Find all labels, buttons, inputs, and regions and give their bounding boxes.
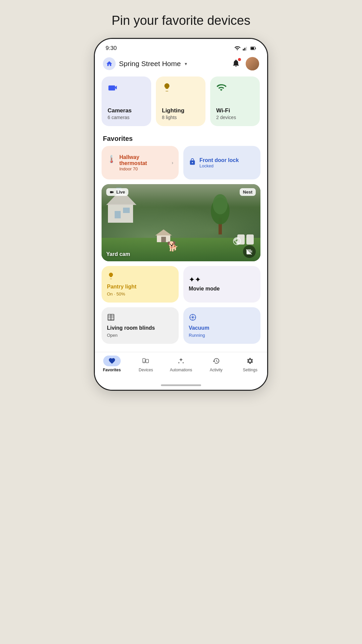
favorites-section-label: Favorites <box>95 131 267 146</box>
fav-card-pantry[interactable]: Pantry light On · 50% <box>102 266 179 303</box>
vacuum-status: Running <box>189 333 255 338</box>
header-right <box>232 57 259 70</box>
svg-rect-18 <box>161 237 166 242</box>
lock-svg <box>189 158 196 165</box>
svg-rect-0 <box>243 49 244 51</box>
home-name: Spring Street Home <box>119 60 181 68</box>
svg-rect-2 <box>246 47 247 51</box>
thermostat-row: 🌡️ Hallway thermostat Indoor 70 › <box>107 154 173 171</box>
devices-nav-icon-wrap <box>137 356 155 366</box>
robot-icon <box>189 313 197 321</box>
thermostat-name: Hallway thermostat <box>119 154 168 166</box>
battery-status-icon <box>250 45 256 51</box>
wifi-label: Wi-Fi <box>216 107 254 114</box>
wifi-count: 2 devices <box>216 115 254 120</box>
devices-nav-label: Devices <box>139 368 153 372</box>
notification-bell-button[interactable] <box>232 59 240 69</box>
tree <box>210 187 230 234</box>
svg-rect-4 <box>251 47 254 50</box>
nav-item-settings[interactable]: Settings <box>240 356 260 372</box>
automations-nav-label: Automations <box>170 368 192 372</box>
wifi-text: Wi-Fi 2 devices <box>216 107 254 120</box>
vacuum-name: Vacuum <box>189 325 255 331</box>
category-card-cameras[interactable]: Cameras 6 cameras <box>102 76 151 126</box>
scroll-content: Cameras 6 cameras Lighting 8 lights <box>95 75 267 352</box>
home-icon <box>103 57 116 70</box>
favorites-nav-icon-wrap <box>103 356 121 366</box>
fav-card-thermostat[interactable]: 🌡️ Hallway thermostat Indoor 70 › <box>102 146 179 179</box>
cameras-text: Cameras 6 cameras <box>108 107 145 120</box>
vacuum-icon <box>189 313 255 323</box>
camera-feed[interactable]: 🐕 <box>102 184 260 261</box>
home-selector[interactable]: Spring Street Home ▾ <box>103 57 187 70</box>
automations-sparkle-icon <box>177 357 185 365</box>
bottom-spacer <box>95 348 267 352</box>
svg-rect-29 <box>146 359 148 363</box>
lock-row: Front door lock Locked <box>189 157 255 168</box>
fav-card-movie[interactable]: ✦✦ Movie mode <box>183 266 260 303</box>
lamp-icon <box>162 83 172 93</box>
blinds-name: Living room blinds <box>107 325 173 331</box>
status-icons <box>234 45 256 51</box>
svg-rect-7 <box>166 84 168 85</box>
favorites-heart-icon <box>108 357 116 365</box>
camera-feed-visual: 🐕 <box>102 184 260 261</box>
movie-name: Movie mode <box>189 286 255 292</box>
lock-icon <box>189 158 196 167</box>
thermometer-icon: 🌡️ <box>107 155 116 164</box>
cameras-count: 6 cameras <box>108 115 145 120</box>
page-title: Pin your favorite devices <box>112 13 250 28</box>
globe-icon <box>232 236 242 247</box>
wifi-status-icon <box>234 45 240 51</box>
fav-card-blinds[interactable]: Living room blinds Open <box>102 307 179 344</box>
lock-status: Locked <box>199 163 239 168</box>
svg-rect-5 <box>255 48 256 49</box>
fav-card-lock[interactable]: Front door lock Locked <box>183 146 260 179</box>
pet-figure: 🐕 <box>167 241 179 252</box>
nav-item-favorites[interactable]: Favorites <box>102 356 122 372</box>
live-badge: Live <box>106 188 128 196</box>
bottom-nav: Favorites Devices Automations <box>95 352 267 380</box>
fav-card-vacuum[interactable]: Vacuum Running <box>183 307 260 344</box>
activity-nav-icon-wrap <box>207 356 225 366</box>
no-video-icon <box>246 248 253 255</box>
svg-rect-10 <box>115 211 121 218</box>
notification-dot <box>238 58 241 61</box>
activity-nav-label: Activity <box>210 368 223 372</box>
camera-mute-button[interactable] <box>243 245 256 258</box>
category-cards-row: Cameras 6 cameras Lighting 8 lights <box>95 75 267 131</box>
window-icon <box>107 313 115 321</box>
lock-name: Front door lock <box>199 157 239 163</box>
svg-rect-6 <box>109 86 115 91</box>
svg-marker-17 <box>155 229 172 235</box>
svg-point-15 <box>213 194 228 214</box>
phone-frame: 9:30 <box>94 38 268 391</box>
nav-item-automations[interactable]: Automations <box>170 356 192 372</box>
devices-icon <box>142 357 149 365</box>
category-card-lighting[interactable]: Lighting 8 lights <box>156 76 205 126</box>
status-bar: 9:30 <box>95 39 267 54</box>
category-card-wifi[interactable]: Wi-Fi 2 devices <box>210 76 260 126</box>
nav-item-devices[interactable]: Devices <box>136 356 156 372</box>
lighting-count: 8 lights <box>162 115 199 120</box>
bulb-icon <box>107 272 115 280</box>
home-chevron-icon: ▾ <box>185 61 187 66</box>
nav-item-activity[interactable]: Activity <box>206 356 226 372</box>
blinds-status: Open <box>107 333 173 338</box>
thermostat-info: Hallway thermostat Indoor 70 <box>119 154 168 171</box>
house-icon <box>106 60 113 67</box>
pantry-light-icon <box>107 272 173 282</box>
camera-small-icon <box>110 190 114 195</box>
pantry-name: Pantry light <box>107 284 173 290</box>
wifi-icon-wrap <box>216 83 254 94</box>
favorites-nav-label: Favorites <box>103 368 121 372</box>
svg-rect-19 <box>110 191 113 193</box>
pantry-status: On · 50% <box>107 291 173 297</box>
thermostat-status: Indoor 70 <box>119 166 168 171</box>
live-badge-text: Live <box>116 190 125 195</box>
user-avatar[interactable] <box>246 57 259 70</box>
status-time: 9:30 <box>106 45 117 52</box>
svg-rect-1 <box>244 48 245 51</box>
nest-badge: Nest <box>240 188 256 196</box>
sparkle-icon: ✦✦ <box>189 275 255 284</box>
